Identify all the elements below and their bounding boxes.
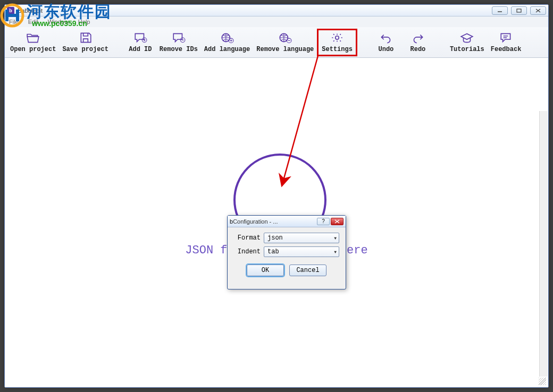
maximize-button[interactable] <box>511 6 527 15</box>
save-project-button[interactable]: Save project <box>59 29 111 56</box>
menu-help[interactable]: Help <box>78 19 90 25</box>
dialog-help-button[interactable]: ? <box>317 218 330 225</box>
toolbar-label: Tutorials <box>450 46 484 53</box>
feedback-button[interactable]: Feedback <box>488 29 525 56</box>
toolbar-label: Add ID <box>129 46 152 53</box>
cancel-button[interactable]: Cancel <box>289 265 326 276</box>
undo-button[interactable]: Undo <box>370 29 402 56</box>
gear-icon <box>330 32 344 44</box>
tutorials-button[interactable]: Tutorials <box>447 29 488 56</box>
app-icon: b <box>7 7 14 14</box>
chevron-down-icon: ▼ <box>334 250 337 254</box>
remove-language-button[interactable]: Remove language <box>253 29 317 56</box>
menu-edit[interactable]: Edit <box>28 19 38 25</box>
format-combo[interactable]: json ▼ <box>264 233 339 243</box>
globe-minus-icon <box>278 32 292 44</box>
toolbar-label: Open project <box>10 46 56 53</box>
settings-button[interactable]: Settings <box>317 29 357 56</box>
vertical-scrollbar[interactable] <box>539 111 548 377</box>
globe-plus-icon <box>220 32 234 44</box>
add-id-button[interactable]: Add ID <box>124 29 156 56</box>
toolbar-label: Remove IDs <box>160 46 198 53</box>
content-area: JSON files or folders here Open language… <box>5 58 548 387</box>
toolbar-label: Feedback <box>491 46 522 53</box>
graduation-cap-icon <box>460 32 474 44</box>
message-plus-icon <box>133 32 147 44</box>
minimize-button[interactable] <box>492 6 508 15</box>
dialog-titlebar: b Configuration - ... ? <box>228 216 346 227</box>
menu-window[interactable]: Window <box>48 19 69 25</box>
format-label: Format <box>234 234 261 242</box>
redo-icon <box>411 32 425 44</box>
message-minus-icon <box>172 32 186 44</box>
dialog-title: Configuration - ... <box>233 218 317 225</box>
app-title: BabelEdit <box>18 7 492 14</box>
close-button[interactable] <box>530 6 546 15</box>
dialog-close-button[interactable] <box>331 218 343 225</box>
svg-point-16 <box>336 36 339 39</box>
chevron-down-icon: ▼ <box>334 236 337 241</box>
toolbar-label: Add language <box>204 46 250 53</box>
svg-rect-1 <box>517 9 521 12</box>
menubar: File Edit Window Help <box>5 16 548 27</box>
indent-label: Indent <box>234 248 261 255</box>
configuration-dialog: b Configuration - ... ? Format json ▼ <box>227 215 346 289</box>
undo-icon <box>379 32 393 44</box>
main-window: b BabelEdit File Edit Window Help Open p… <box>4 4 549 388</box>
toolbar-label: Redo <box>410 46 426 53</box>
chat-icon <box>499 32 513 44</box>
open-project-button[interactable]: Open project <box>7 29 59 56</box>
format-value: json <box>267 234 283 242</box>
ok-button[interactable]: OK <box>247 265 284 276</box>
resize-grip[interactable] <box>539 378 546 385</box>
titlebar: b BabelEdit <box>5 5 548 16</box>
redo-button[interactable]: Redo <box>402 29 434 56</box>
indent-combo[interactable]: tab ▼ <box>264 246 339 257</box>
toolbar: Open project Save project Add ID Remove … <box>5 27 548 58</box>
toolbar-label: Save project <box>62 46 108 53</box>
save-icon <box>79 32 93 44</box>
add-language-button[interactable]: Add language <box>201 29 253 56</box>
toolbar-label: Remove language <box>256 46 314 53</box>
folder-open-icon <box>26 32 40 44</box>
toolbar-label: Undo <box>379 46 394 53</box>
menu-file[interactable]: File <box>9 19 19 25</box>
toolbar-label: Settings <box>322 46 353 53</box>
remove-ids-button[interactable]: Remove IDs <box>156 29 201 56</box>
indent-value: tab <box>267 248 279 255</box>
